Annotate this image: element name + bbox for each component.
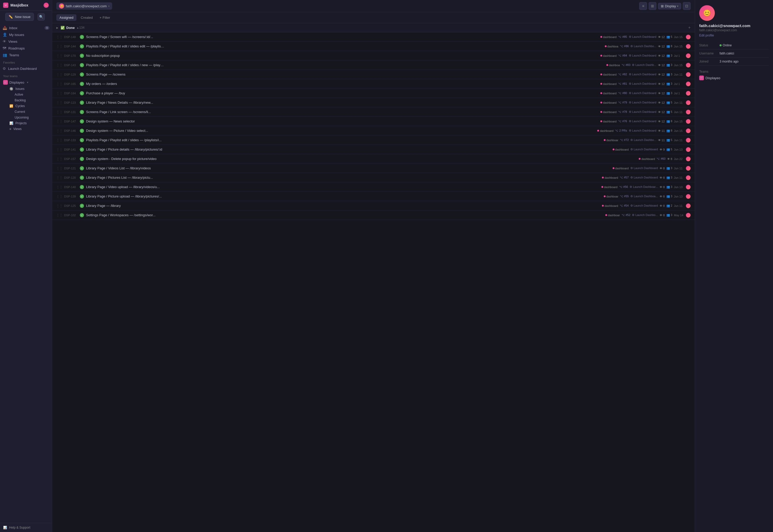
date-tag: Jun 11: [674, 110, 684, 114]
issue-row[interactable]: ⋮⋮ DSP-157 ✓ Design system - Delete popu…: [52, 154, 695, 164]
branch-tag: ⌥ 2 PRs: [615, 129, 627, 132]
project-tag: ⚙ Launch Dashboard: [629, 54, 657, 57]
label-text: dashboard: [641, 157, 655, 160]
sidebar-item-launch-dashboard[interactable]: ⚙ Launch Dashboard: [0, 65, 52, 72]
issue-row[interactable]: ⋮⋮ DSP-148 ✓ Screens Page / Screen wifi …: [52, 32, 695, 42]
add-issue-icon[interactable]: +: [688, 25, 691, 30]
search-button[interactable]: 🔍: [38, 13, 45, 21]
drag-handle: ⋮⋮: [56, 185, 63, 189]
issue-row[interactable]: ⋮⋮ DSP-147 ✓ Design system — News select…: [52, 117, 695, 126]
label-tag: dashboard: [613, 148, 629, 151]
sidebar-item-active[interactable]: Active: [13, 92, 52, 97]
issue-row[interactable]: ⋮⋮ DSP-164 ✓ Purchase a player — /buy da…: [52, 89, 695, 98]
sidebar-item-current[interactable]: Current: [13, 109, 52, 115]
issue-row[interactable]: ⋮⋮ DSP-146 ✓ Design system — Picture / V…: [52, 126, 695, 135]
sidebar-item-views[interactable]: 👁 Views: [0, 38, 52, 45]
project-tag: ⚙ Launch Dashboard: [629, 91, 657, 95]
tab-created[interactable]: Created: [77, 14, 96, 21]
status-done-icon: ✓: [80, 166, 84, 170]
team-subnav: 🔘 Issues Active Backlog 🔁 Cycles Current…: [0, 86, 52, 132]
project-tag: ⚙ Launch Dashboard: [630, 204, 658, 207]
issue-row[interactable]: ⋮⋮ DSP-140 ✓ Library Page / Video upload…: [52, 182, 695, 192]
sidebar-item-cycles[interactable]: 🔁 Cycles: [7, 103, 52, 109]
issue-row[interactable]: ⋮⋮ DSP-139 ✓ Library Page / Picture uplo…: [52, 192, 695, 201]
count2-tag: 👥 5: [666, 101, 672, 104]
date-tag: Jun 22: [674, 157, 684, 160]
new-issue-button[interactable]: ✏️ New issue: [5, 13, 34, 21]
issue-tags: dashboa ⌥ #86 ⚙ Launch Dashbo... 👁 12 👥 …: [605, 44, 691, 49]
list-view-button[interactable]: ≡: [639, 2, 647, 10]
sidebar-item-views-sub[interactable]: ≡ Views: [7, 126, 52, 132]
sidebar-footer: 📊 Help & Support: [0, 523, 52, 532]
project-tag: ⚙ Launch Dashboard: [629, 129, 657, 132]
profile-edit-link[interactable]: Edit profile: [699, 34, 769, 37]
issue-row[interactable]: ⋮⋮ DSP-170 ✓ No subscription popup dashb…: [52, 51, 695, 60]
launch-dashboard-icon: ⚙: [3, 66, 6, 71]
issue-row[interactable]: ⋮⋮ DSP-121 ✓ Library Page / Videos List …: [52, 164, 695, 173]
filter-button[interactable]: + Filter: [97, 14, 113, 21]
profile-email-sub: fatih.cakici@snowpact.com: [699, 28, 769, 32]
issue-title: Playlists Page / Playlist edit / slides …: [86, 63, 164, 67]
grid-view-button[interactable]: ⊞: [649, 2, 657, 10]
sidebar-item-projects[interactable]: 📊 Projects: [7, 120, 52, 126]
issues-icon: 🔘: [9, 87, 13, 91]
status-done-icon: ✓: [80, 110, 84, 114]
tab-assigned[interactable]: Assigned: [56, 14, 76, 21]
sidebar-item-backlog[interactable]: Backlog: [13, 97, 52, 103]
issue-row[interactable]: ⋮⋮ DSP-141 ✓ Library Page / Picture deta…: [52, 145, 695, 154]
status-done-icon: ✓: [80, 138, 84, 142]
drag-handle: ⋮⋮: [56, 63, 63, 67]
label-dot: [601, 36, 602, 38]
issue-row[interactable]: ⋮⋮ DSP-165 ✓ My orders — /orders dashboa…: [52, 79, 695, 89]
label-text: dashboard: [603, 120, 617, 123]
sidebar-item-issues[interactable]: 🔘 Issues: [7, 86, 52, 92]
main-header: 😊 fatih.cakici@snowpact.com ▾ ≡ ⊞ ⊞ Disp…: [52, 0, 695, 12]
team-chevron: ▾: [27, 81, 28, 84]
sidebar-item-roadmaps[interactable]: 🗺 Roadmaps: [0, 45, 52, 52]
project-tag: ⚙ Launch Dashboard: [630, 176, 658, 179]
issue-title: Library Page / Picture details — /librar…: [86, 147, 164, 151]
sidebar-item-teams[interactable]: 👥 Teams: [0, 52, 52, 58]
assignee-avatar: [686, 91, 691, 96]
label-tag: dashboard: [602, 185, 618, 189]
label-tag: dashboard: [601, 73, 617, 76]
issue-tags: dashboard ⌥ #78 ⚙ Launch Dashboard 👁 12 …: [601, 110, 691, 114]
sidebar: M Masjidbox 🐙 ✏️ New issue 🔍 📥 Inbox 9 👤…: [0, 0, 52, 532]
status-done-icon: ✓: [80, 44, 84, 48]
issue-row[interactable]: ⋮⋮ DSP-133 ✓ Playlists Page / Playlist e…: [52, 135, 695, 145]
label-text: dashboard: [603, 92, 617, 95]
issue-row[interactable]: ⋮⋮ DSP-120 ✓ Library Page / Pictures Lis…: [52, 173, 695, 182]
issue-tags: dashboard ⌥ #56 ⚙ Launch Dashboar... 👁 8…: [602, 185, 691, 189]
issue-row[interactable]: ⋮⋮ DSP-102 ✓ Settings Page / Workspaces …: [52, 211, 695, 220]
status-done-icon: ✓: [80, 185, 84, 189]
main-content: 😊 fatih.cakici@snowpact.com ▾ ≡ ⊞ ⊞ Disp…: [52, 0, 695, 532]
backlog-label: Backlog: [15, 98, 26, 102]
sidebar-item-my-issues[interactable]: 👤 My issues: [0, 31, 52, 38]
sidebar-team-displayeo[interactable]: 🛒 Displayeo ▾: [0, 79, 52, 86]
group-count: ▴ 134: [77, 26, 84, 29]
user-pill[interactable]: 😊 fatih.cakici@snowpact.com ▾: [56, 2, 112, 10]
profile-team-badge: 🛒 Displayeo: [699, 76, 769, 80]
count2-tag: 👥 3: [666, 213, 672, 217]
count1-tag: 👁 12: [658, 92, 665, 95]
issue-row[interactable]: ⋮⋮ DSP-144 ✓ Playlists Page / Playlist e…: [52, 42, 695, 51]
inbox-label: Inbox: [9, 26, 17, 30]
collapse-button[interactable]: ⊡: [683, 2, 691, 10]
drag-handle: ⋮⋮: [56, 82, 63, 86]
issue-row[interactable]: ⋮⋮ DSP-125 ✓ Library Page — /library das…: [52, 201, 695, 211]
date-tag: Jul 1: [674, 82, 684, 85]
help-button[interactable]: 📊 Help & Support: [3, 526, 49, 529]
issue-row[interactable]: ⋮⋮ DSP-129 ✓ Screens Page — /screens das…: [52, 70, 695, 79]
sidebar-item-upcoming[interactable]: Upcoming: [13, 115, 52, 120]
your-teams-label: Your teams: [0, 72, 52, 79]
sidebar-item-inbox[interactable]: 📥 Inbox 9: [0, 24, 52, 31]
count1-tag: 👁 8: [660, 176, 665, 179]
display-button[interactable]: ⊞ Display ▾: [658, 3, 681, 9]
issue-row[interactable]: ⋮⋮ DSP-131 ✓ Screens Page / Link screen …: [52, 107, 695, 117]
expand-icon[interactable]: ▶: [56, 26, 58, 29]
issue-row[interactable]: ⋮⋮ DSP-143 ✓ Playlists Page / Playlist e…: [52, 60, 695, 70]
label-dot: [605, 45, 607, 47]
issue-row[interactable]: ⋮⋮ DSP-123 ✓ Library Page / News Details…: [52, 98, 695, 107]
status-done-icon: ✓: [80, 54, 84, 58]
branch-tag: ⌥ #60: [657, 157, 665, 160]
